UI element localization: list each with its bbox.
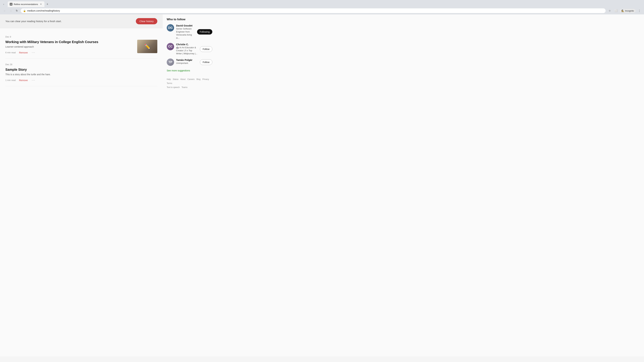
incognito-icon: 🕵 <box>621 9 624 12</box>
reload-button[interactable]: ↻ <box>14 8 20 13</box>
bookmark-button[interactable]: ☆ <box>607 8 612 13</box>
article-info-2: Sample Story This is a story about the t… <box>5 67 157 82</box>
article-card-2: Sample Story This is a story about the t… <box>5 67 157 86</box>
url-text: medium.com/me/readinghistory <box>27 9 603 12</box>
avatar-david: DG <box>167 24 174 31</box>
footer-text-to-speech[interactable]: Text to speech <box>167 86 180 88</box>
tab-controls-left: ‹ <box>1 2 6 6</box>
more-options-button-2[interactable]: ··· <box>31 78 36 82</box>
tab-close-button[interactable]: ✕ <box>40 3 42 6</box>
avatar-christie: CC <box>167 43 174 50</box>
page-content: You can clear your reading history for a… <box>0 14 644 356</box>
article-section-2: Dec 28 Sample Story This is a story abou… <box>0 60 163 86</box>
follow-name-christie[interactable]: Christie C. <box>176 43 198 46</box>
follow-desc-david: Senior Software Engineer from Venezuela … <box>176 27 195 39</box>
incognito-indicator: 🕵 Incognito <box>620 9 636 13</box>
article-thumbnail-1 <box>137 40 157 53</box>
footer-about[interactable]: About <box>180 78 186 80</box>
follow-item-christie: CC Christie C. 🤖 AI Art Educator & Creat… <box>167 43 212 55</box>
article-title-1[interactable]: Working with Military Veterans in Colleg… <box>5 40 134 44</box>
article-subtitle-2: This is a story about the turtle and the… <box>5 73 154 76</box>
nav-buttons: ← → ↻ <box>2 8 20 13</box>
remove-button-2[interactable]: Remove <box>19 79 28 82</box>
follow-name-tamas[interactable]: Tamás Polgár <box>176 58 198 61</box>
footer-terms[interactable]: Terms <box>167 82 172 84</box>
clear-history-button[interactable]: Clear history <box>136 18 157 24</box>
sidebar: Who to follow DG David Goudet Senior Sof… <box>163 14 216 356</box>
article-title-2[interactable]: Sample Story <box>5 67 154 72</box>
follow-info-christie: Christie C. 🤖 AI Art Educator & Creator … <box>176 43 198 55</box>
article-meta-1: 6 min read Remove ··· <box>5 51 134 54</box>
address-bar: ← → ↻ 🔒 medium.com/me/readinghistory ☆ ⬜… <box>0 7 644 14</box>
article-subtitle-1: Learner-centered approach <box>5 45 134 48</box>
footer-links: Help Status About Careers Blog Privacy T… <box>167 77 212 89</box>
sidebar-button[interactable]: ⬜ <box>613 8 619 13</box>
follow-info-david: David Goudet Senior Software Engineer fr… <box>176 24 195 39</box>
new-tab-button[interactable]: + <box>45 2 50 6</box>
footer-help[interactable]: Help <box>167 78 171 80</box>
tab-nav-left[interactable]: ‹ <box>1 2 6 6</box>
footer-teams[interactable]: Teams <box>182 86 188 88</box>
see-more-suggestions-link[interactable]: See more suggestions <box>167 69 212 72</box>
following-button-david[interactable]: Following <box>197 29 212 34</box>
clear-history-banner: You can clear your reading history for a… <box>0 14 163 28</box>
article-date-2: Dec 28 <box>5 60 157 66</box>
follow-button-christie[interactable]: Follow <box>200 46 212 52</box>
article-image-1[interactable] <box>137 40 157 53</box>
banner-text: You can clear your reading history for a… <box>5 20 62 23</box>
svg-point-1 <box>10 4 12 5</box>
tab-bar: ‹ Refine recommendations ✕ + <box>0 0 644 7</box>
article-meta-2: 1 min read Remove ··· <box>5 78 154 82</box>
tab-favicon <box>10 3 12 5</box>
follow-button-tamas[interactable]: Follow <box>200 59 212 65</box>
remove-button-1[interactable]: Remove <box>19 51 28 54</box>
avatar-tamas: TP <box>167 58 174 66</box>
back-button[interactable]: ← <box>2 8 8 13</box>
browser-actions: ☆ ⬜ 🕵 Incognito ⋮ <box>607 8 642 13</box>
browser-chrome: ‹ Refine recommendations ✕ + ← → ↻ 🔒 med… <box>0 0 644 14</box>
article-date-1: Dec 9 <box>5 32 157 38</box>
follow-name-david[interactable]: David Goudet <box>176 24 195 27</box>
follow-desc-tamas: Unimportant. <box>176 62 198 65</box>
follow-info-tamas: Tamás Polgár Unimportant. <box>176 58 198 65</box>
read-time-1: 6 min read <box>5 51 16 54</box>
more-options-button-1[interactable]: ··· <box>31 51 36 54</box>
follow-item-tamas: TP Tamás Polgár Unimportant. Follow <box>167 58 212 66</box>
who-to-follow-title: Who to follow <box>167 18 212 21</box>
active-tab[interactable]: Refine recommendations ✕ <box>8 1 44 7</box>
incognito-label: Incognito <box>625 9 634 12</box>
tab-title: Refine recommendations <box>14 3 38 5</box>
footer-blog[interactable]: Blog <box>196 78 200 80</box>
article-card-1: Working with Military Veterans in Colleg… <box>5 40 157 58</box>
forward-button[interactable]: → <box>8 8 14 13</box>
footer-status[interactable]: Status <box>173 78 178 80</box>
article-info-1: Working with Military Veterans in Colleg… <box>5 40 137 54</box>
footer-row-2: Text to speech Teams <box>167 85 212 89</box>
footer-privacy[interactable]: Privacy <box>202 78 209 80</box>
url-bar[interactable]: 🔒 medium.com/me/readinghistory <box>21 8 606 13</box>
footer-careers[interactable]: Careers <box>187 78 194 80</box>
menu-button[interactable]: ⋮ <box>636 8 642 13</box>
follow-desc-christie: 🤖 AI Art Educator & Creator | 5 x Top Wr… <box>176 46 198 55</box>
article-section-1: Dec 9 Working with Military Veterans in … <box>0 32 163 58</box>
read-time-2: 1 min read <box>5 79 16 81</box>
main-area: You can clear your reading history for a… <box>0 14 163 356</box>
lock-icon: 🔒 <box>23 9 26 12</box>
footer-row-1: Help Status About Careers Blog Privacy T… <box>167 77 212 85</box>
follow-item-david: DG David Goudet Senior Software Engineer… <box>167 24 212 39</box>
